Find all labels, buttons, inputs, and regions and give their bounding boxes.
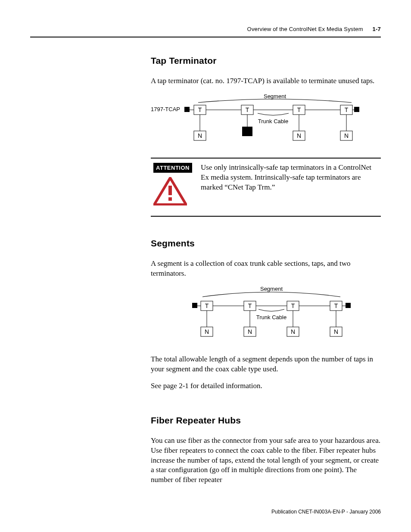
tap-label-3: T <box>297 106 301 113</box>
heading-fiber-repeater-hubs: Fiber Repeater Hubs <box>151 415 381 426</box>
content-column: Tap Terminator A tap terminator (cat. no… <box>151 56 381 485</box>
trunk-label-2: Trunk Cable <box>256 314 286 320</box>
svg-text:N: N <box>334 328 338 335</box>
tap-terminator-para: A tap terminator (cat. no. 1797-TCAP) is… <box>151 76 381 86</box>
svg-text:T: T <box>291 302 295 309</box>
svg-text:N: N <box>291 328 295 335</box>
node-label-4: N <box>344 132 349 139</box>
trunk-brace <box>258 113 289 115</box>
trunk-label: Trunk Cable <box>258 118 288 124</box>
svg-rect-2 <box>168 197 172 201</box>
fiber-para-1: You can use fiber as the connector from … <box>151 436 381 485</box>
tap-label-4: T <box>345 106 349 113</box>
svg-text:T: T <box>248 302 252 309</box>
trunk-brace-2 <box>258 309 284 311</box>
warning-icon <box>153 177 192 207</box>
unused-tap-terminator <box>242 127 252 136</box>
diagram-segments: Segment T T T T <box>151 286 381 342</box>
tcap-callout: 1797-TCAP <box>151 106 180 112</box>
page-number: 1-7 <box>373 26 381 32</box>
attention-rule-bottom <box>151 216 381 217</box>
running-title: Overview of the ControlNet Ex Media Syst… <box>247 26 363 32</box>
node-label-1: N <box>198 132 202 139</box>
segments-para-2: The total allowable length of a segment … <box>151 355 381 374</box>
segment-brace <box>198 99 352 103</box>
attention-badge: ATTENTION <box>153 163 192 173</box>
segment-brace-2 <box>202 292 340 297</box>
tap-label-1: T <box>198 106 202 113</box>
terminator-right <box>354 107 359 112</box>
heading-tap-terminator: Tap Terminator <box>151 56 381 66</box>
terminator-left <box>184 107 190 112</box>
svg-text:T: T <box>334 302 338 309</box>
segments-para-3: See page 2-1 for detailed information. <box>151 381 381 391</box>
page: Overview of the ControlNet Ex Media Syst… <box>0 0 411 532</box>
node-label-3: N <box>297 132 301 139</box>
svg-rect-1 <box>168 186 172 195</box>
segments-para-1: A segment is a collection of coax trunk … <box>151 259 381 279</box>
segment-label: Segment <box>264 93 286 100</box>
tap-label-2: T <box>246 106 249 113</box>
terminator-left-2 <box>192 303 197 308</box>
heading-segments: Segments <box>151 238 381 249</box>
svg-text:N: N <box>248 328 252 335</box>
terminator-right-2 <box>346 303 351 308</box>
header-rule <box>30 37 381 37</box>
svg-text:N: N <box>205 328 209 335</box>
attention-left: ATTENTION <box>153 163 192 207</box>
attention-text: Use only intrinsically-safe tap terminat… <box>201 163 378 193</box>
footer-publication: Publication CNET-IN003A-EN-P - January 2… <box>271 509 381 515</box>
diagram-tap-terminator: Segment 1797-TCAP T T T T <box>151 93 381 145</box>
segment-label-2: Segment <box>260 286 283 292</box>
attention-block: ATTENTION Use only intrinsically-safe ta… <box>151 158 381 217</box>
running-header: Overview of the ControlNet Ex Media Syst… <box>30 26 381 37</box>
svg-text:T: T <box>205 302 209 309</box>
